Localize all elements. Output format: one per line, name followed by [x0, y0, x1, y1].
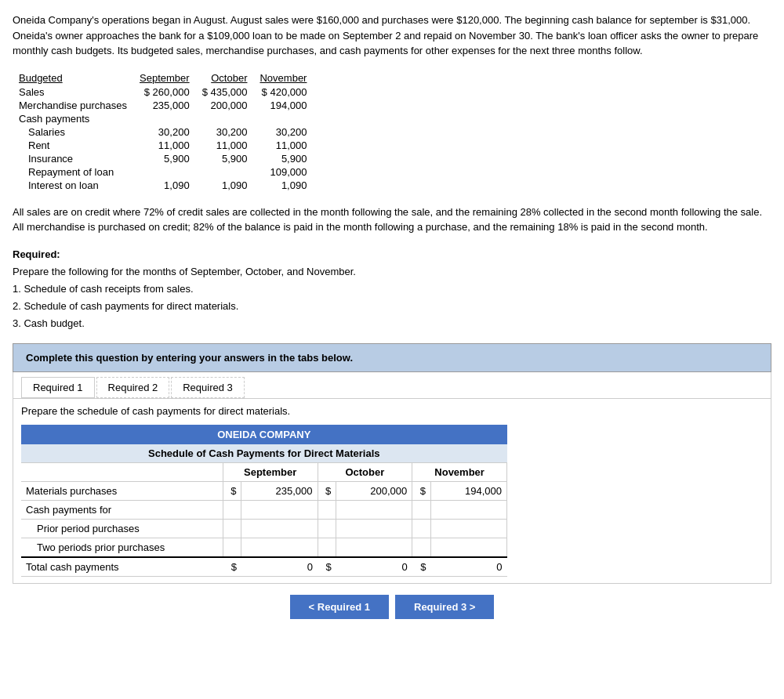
cash-payments-nov-dollar: [412, 500, 431, 519]
required-title: Required:: [13, 248, 60, 260]
materials-nov-dollar: $: [412, 481, 431, 500]
back-button[interactable]: < Required 1: [290, 595, 389, 619]
cash-payments-sep-dollar: [223, 500, 241, 519]
nav-buttons: < Required 1 Required 3 >: [13, 595, 771, 619]
row-nov: 194,000: [253, 99, 313, 112]
row-label: Interest on loan: [13, 179, 133, 192]
table-row: Salaries 30,200 30,200 30,200: [13, 125, 313, 139]
tab-instruction: Prepare the schedule of cash payments fo…: [21, 405, 763, 417]
required-item-2: 2. Schedule of cash payments for direct …: [13, 300, 238, 312]
prior-sep-val: [241, 519, 318, 538]
total-sep-dollar: $: [223, 557, 241, 577]
row-nov: 5,900: [253, 152, 313, 165]
prior-period-label: Prior period purchases: [21, 519, 223, 538]
cash-payments-sep-val: [241, 500, 318, 519]
row-oct: $ 435,000: [196, 85, 254, 99]
two-sep-val: [241, 538, 318, 557]
two-oct-dollar: [318, 538, 336, 557]
two-nov-input[interactable]: [436, 541, 491, 553]
two-nov-dollar: [412, 538, 431, 557]
materials-sep-val: 235,000: [241, 481, 318, 500]
row-nov: 1,090: [253, 179, 313, 192]
two-sep-dollar: [223, 538, 241, 557]
row-label: Merchandise purchases: [13, 99, 133, 112]
tabs-row: Required 1 Required 2 Required 3: [13, 372, 771, 399]
cash-payments-sep-input[interactable]: [246, 504, 301, 516]
cash-payments-oct-val: [336, 500, 412, 519]
required-subtitle: Prepare the following for the months of …: [13, 266, 356, 277]
table-row: Interest on loan 1,090 1,090 1,090: [13, 179, 313, 192]
row-oct: [196, 112, 254, 125]
materials-sep-dollar: $: [223, 481, 241, 500]
col-label-header: [21, 462, 223, 481]
prior-sep-input[interactable]: [246, 523, 301, 534]
row-label: Salaries: [13, 125, 133, 139]
tabs-container: Required 1 Required 2 Required 3 Prepare…: [13, 372, 771, 584]
tab-required3[interactable]: Required 3: [171, 377, 245, 398]
total-oct-dollar: $: [318, 557, 336, 577]
table-row: Repayment of loan 109,000: [13, 165, 313, 179]
row-nov: 30,200: [253, 125, 313, 139]
company-table-wrapper: ONEIDA COMPANY Schedule of Cash Payments…: [21, 425, 763, 577]
company-title: ONEIDA COMPANY: [21, 425, 507, 444]
total-oct-val: 0: [336, 557, 412, 577]
col-oct-header: October: [318, 462, 412, 481]
col3-header: October: [196, 71, 254, 85]
two-oct-val: [336, 538, 412, 557]
col-nov-header: November: [412, 462, 507, 481]
required-section: Required: Prepare the following for the …: [13, 246, 771, 332]
table-row: Insurance 5,900 5,900 5,900: [13, 152, 313, 165]
row-label: Repayment of loan: [13, 165, 133, 179]
two-oct-input[interactable]: [341, 541, 396, 553]
table-row: Rent 11,000 11,000 11,000: [13, 139, 313, 152]
row-oct: 200,000: [196, 99, 254, 112]
row-label: Cash payments: [13, 112, 133, 125]
two-periods-row: Two periods prior purchases: [21, 538, 507, 557]
row-sep: [133, 165, 196, 179]
cash-payments-label: Cash payments for: [21, 500, 223, 519]
total-row: Total cash payments $ 0 $ 0 $ 0: [21, 557, 507, 577]
row-label: Sales: [13, 85, 133, 99]
cash-payments-oct-input[interactable]: [341, 504, 396, 516]
row-sep: 11,000: [133, 139, 196, 152]
forward-button[interactable]: Required 3 >: [395, 595, 494, 619]
prior-oct-input[interactable]: [341, 523, 396, 534]
required-item-1: 1. Schedule of cash receipts from sales.: [13, 283, 194, 295]
tab-required2[interactable]: Required 2: [96, 377, 170, 398]
cash-payments-nov-val: [430, 500, 506, 519]
materials-label: Materials purchases: [21, 481, 223, 500]
total-label: Total cash payments: [21, 557, 223, 577]
prior-nov-input[interactable]: [436, 523, 491, 534]
col-sep-header: September: [223, 462, 318, 481]
prior-oct-dollar: [318, 519, 336, 538]
row-sep: 5,900: [133, 152, 196, 165]
materials-nov-val: 194,000: [430, 481, 506, 500]
banner-text: Complete this question by entering your …: [26, 352, 353, 364]
middle-paragraph: All sales are on credit where 72% of cre…: [13, 205, 771, 235]
row-oct: 1,090: [196, 179, 254, 192]
cash-payments-oct-dollar: [318, 500, 336, 519]
cash-payments-for-row: Cash payments for: [21, 500, 507, 519]
table-row: Merchandise purchases 235,000 200,000 19…: [13, 99, 313, 112]
row-sep: 30,200: [133, 125, 196, 139]
materials-oct-val: 200,000: [336, 481, 412, 500]
company-table: ONEIDA COMPANY Schedule of Cash Payments…: [21, 425, 507, 577]
col4-header: November: [253, 71, 313, 85]
materials-purchases-row: Materials purchases $ 235,000 $ 200,000 …: [21, 481, 507, 500]
cash-payments-nov-input[interactable]: [436, 504, 491, 516]
row-oct: [196, 165, 254, 179]
company-subtitle: Schedule of Cash Payments for Direct Mat…: [21, 444, 507, 463]
row-sep: $ 260,000: [133, 85, 196, 99]
prior-oct-val: [336, 519, 412, 538]
prior-nov-val: [430, 519, 506, 538]
row-nov: $ 420,000: [253, 85, 313, 99]
two-sep-input[interactable]: [246, 541, 301, 553]
row-sep: [133, 112, 196, 125]
table-row: Sales $ 260,000 $ 435,000 $ 420,000: [13, 85, 313, 99]
col1-header: Budgeted: [13, 71, 133, 85]
intro-paragraph: Oneida Company's operations began in Aug…: [13, 13, 771, 59]
row-label: Rent: [13, 139, 133, 152]
two-periods-label: Two periods prior purchases: [21, 538, 223, 557]
row-nov: [253, 112, 313, 125]
tab-required1[interactable]: Required 1: [21, 377, 95, 398]
